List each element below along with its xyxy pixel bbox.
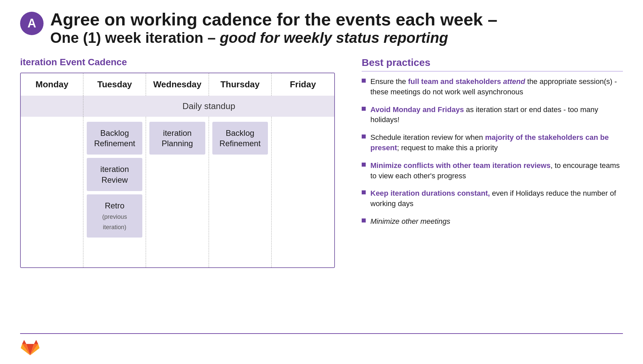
friday-col — [272, 117, 334, 267]
thursday-col: BacklogRefinement — [209, 117, 272, 267]
iteration-planning: iterationPlanning — [149, 122, 205, 155]
table-header: Monday Tuesday Wednesday Thursday Friday — [21, 73, 334, 96]
header-text: Agree on working cadence for the events … — [50, 10, 623, 47]
standup-row: Daily standup — [21, 96, 334, 117]
main-content: iteration Event Cadence Monday Tuesday W… — [20, 57, 623, 268]
col-thursday: Thursday — [209, 73, 272, 96]
backlog-refinement-tuesday: BacklogRefinement — [87, 122, 142, 155]
bp-text-6: Minimize other meetings — [370, 216, 623, 227]
bp-item-1: Ensure the full team and stakeholders at… — [362, 77, 623, 97]
footer — [20, 333, 623, 357]
best-practices-list: Ensure the full team and stakeholders at… — [362, 77, 623, 227]
cadence-section: iteration Event Cadence Monday Tuesday W… — [20, 57, 342, 268]
tuesday-col: BacklogRefinement iterationReview Retro … — [83, 117, 146, 267]
bold-attend: full team and stakeholders attend — [408, 77, 525, 86]
bp-bullet-3 — [362, 134, 366, 139]
bp-bullet-4 — [362, 163, 366, 167]
backlog-refinement-thursday: BacklogRefinement — [212, 122, 268, 155]
highlight-majority: majority of the stakeholders can be pres… — [370, 133, 609, 152]
retro-sub: (previous iteration) — [102, 213, 127, 231]
italic-minimize-meetings: Minimize other meetings — [370, 217, 450, 225]
best-practices-title: Best practices — [362, 57, 623, 72]
col-friday: Friday — [272, 73, 334, 96]
page-container: A Agree on working cadence for the event… — [0, 0, 643, 364]
iteration-review: iterationReview — [87, 158, 142, 191]
retro: Retro (previous iteration) — [87, 194, 142, 238]
highlight-minimize-conflicts: Minimize conflicts with other team itera… — [370, 161, 551, 170]
highlight-avoid-monday: Avoid Monday and Fridays — [370, 105, 464, 114]
bp-item-6: Minimize other meetings — [362, 216, 623, 227]
col-wednesday: Wednesday — [146, 73, 209, 96]
wednesday-col: iterationPlanning — [146, 117, 209, 267]
standup-label: Daily standup — [83, 96, 334, 117]
bp-bullet-5 — [362, 190, 366, 194]
bp-item-4: Minimize conflicts with other team itera… — [362, 161, 623, 181]
header: A Agree on working cadence for the event… — [20, 10, 623, 47]
highlight-full-team: full team and stakeholders attend — [408, 77, 525, 86]
highlight-keep-constant: Keep iteration durations constant, — [370, 189, 490, 197]
bp-item-5: Keep iteration durations constant, even … — [362, 188, 623, 209]
best-practices-section: Best practices Ensure the full team and … — [362, 57, 623, 227]
bp-bullet-6 — [362, 218, 366, 222]
col-tuesday: Tuesday — [83, 73, 146, 96]
bp-bullet-2 — [362, 107, 366, 111]
events-row: BacklogRefinement iterationReview Retro … — [21, 117, 334, 267]
bp-text-5: Keep iteration durations constant, even … — [370, 188, 623, 209]
gitlab-logo-icon — [20, 337, 40, 357]
sub-title: One (1) week iteration – good for weekly… — [50, 29, 623, 47]
sub-title-plain: One (1) week iteration – — [50, 29, 220, 46]
bp-text-1: Ensure the full team and stakeholders at… — [370, 77, 623, 97]
bp-text-4: Minimize conflicts with other team itera… — [370, 161, 623, 181]
standup-empty-col — [21, 96, 83, 117]
bold-avoid: Avoid Monday and Fridays — [370, 105, 464, 114]
bp-item-2: Avoid Monday and Fridays as iteration st… — [362, 105, 623, 125]
main-title: Agree on working cadence for the events … — [50, 10, 623, 29]
avatar: A — [20, 12, 44, 35]
cadence-table: Monday Tuesday Wednesday Thursday Friday… — [20, 73, 335, 268]
bp-text-2: Avoid Monday and Fridays as iteration st… — [370, 105, 623, 125]
sub-title-italic: good for weekly status reporting — [220, 29, 448, 46]
monday-col — [21, 117, 83, 267]
cadence-title: iteration Event Cadence — [20, 57, 342, 68]
bp-bullet-1 — [362, 79, 366, 83]
col-monday: Monday — [21, 73, 83, 96]
bp-item-3: Schedule iteration review for when major… — [362, 132, 623, 153]
bp-text-3: Schedule iteration review for when major… — [370, 132, 623, 153]
